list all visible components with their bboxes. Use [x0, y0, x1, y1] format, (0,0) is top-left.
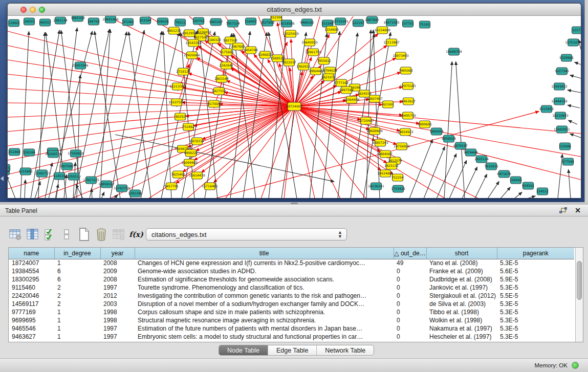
- graph-node[interactable]: 62160: [383, 101, 394, 108]
- graph-node[interactable]: 14136141: [368, 183, 384, 190]
- table-settings-icon[interactable]: [8, 227, 23, 242]
- column-header-pagerank[interactable]: pagerank: [497, 248, 574, 259]
- graph-node[interactable]: 417004: [208, 100, 220, 107]
- graph-node[interactable]: 1065287: [209, 18, 223, 26]
- citation-network-graph[interactable]: 1349324055240557239113410653281867022069…: [8, 16, 581, 198]
- graph-node[interactable]: 114519: [53, 172, 66, 180]
- citation-edge[interactable]: [163, 31, 171, 198]
- graph-node[interactable]: 9474444: [464, 149, 478, 156]
- graph-node[interactable]: 1154808: [324, 26, 339, 33]
- graph-node[interactable]: 924502: [522, 182, 534, 189]
- delete-table-icon[interactable]: [112, 227, 126, 242]
- table-row[interactable]: 1872400712008Changes of HCN gene express…: [9, 259, 574, 267]
- table-row[interactable]: 2242004622012Investigating the contribut…: [9, 292, 574, 300]
- graph-node[interactable]: 7625402: [171, 171, 185, 178]
- citation-edge[interactable]: [500, 187, 510, 198]
- column-header-in_degree[interactable]: in_degree: [54, 248, 100, 259]
- table-cell[interactable]: 1: [54, 333, 100, 341]
- graph-node[interactable]: 97240: [123, 18, 134, 26]
- selected-citation-edge[interactable]: [294, 106, 581, 180]
- citation-edge[interactable]: [90, 32, 127, 198]
- graph-node[interactable]: 752254: [391, 174, 404, 181]
- table-cell[interactable]: 9699695: [9, 316, 54, 324]
- citation-edge[interactable]: [570, 75, 581, 78]
- table-cell[interactable]: Structural magnetic resonance image aver…: [135, 316, 394, 324]
- graph-node[interactable]: 8186328: [207, 36, 221, 43]
- splitter-grip-icon[interactable]: [291, 203, 298, 204]
- graph-node[interactable]: 15692931: [554, 126, 570, 133]
- graph-node[interactable]: 1615132: [384, 162, 399, 169]
- graph-node[interactable]: 1250513: [67, 173, 81, 180]
- table-cell[interactable]: 0: [394, 283, 426, 292]
- graph-node[interactable]: 106565: [510, 177, 522, 184]
- selected-citation-edge[interactable]: [294, 72, 302, 106]
- graph-node[interactable]: 8601238: [167, 27, 181, 34]
- table-cell[interactable]: 1998: [100, 308, 135, 316]
- table-cell[interactable]: 5.3E-5: [497, 316, 574, 324]
- citation-edge[interactable]: [338, 33, 358, 198]
- table-cell[interactable]: 9463627: [9, 333, 54, 341]
- table-cell[interactable]: 2012: [100, 292, 135, 300]
- selected-citation-edge[interactable]: [8, 106, 294, 117]
- table-row[interactable]: 1456911722003Disruption of a novel membe…: [9, 300, 574, 308]
- graph-node[interactable]: 752462: [182, 123, 194, 130]
- column-header-short[interactable]: short: [426, 248, 497, 259]
- table-row[interactable]: 977716911998Corpus callosum shape and si…: [9, 308, 574, 316]
- graph-node[interactable]: 14671585: [383, 19, 400, 26]
- graph-node[interactable]: 7485063: [399, 67, 413, 74]
- table-cell[interactable]: 2008: [100, 275, 135, 283]
- table-cell[interactable]: 2008: [100, 259, 135, 267]
- table-cell[interactable]: 18724007: [9, 259, 54, 267]
- graph-node[interactable]: 1733426: [391, 185, 405, 192]
- graph-node[interactable]: 7957224: [226, 20, 240, 27]
- graph-node[interactable]: 103184: [139, 17, 151, 24]
- citation-edge[interactable]: [45, 163, 52, 198]
- citation-edge[interactable]: [110, 30, 144, 198]
- table-cell[interactable]: Franke et al. (2009): [426, 267, 497, 275]
- citation-edge[interactable]: [570, 134, 581, 138]
- graph-node[interactable]: 2887682: [365, 16, 379, 24]
- graph-node[interactable]: 2718129: [176, 68, 190, 75]
- table-cell[interactable]: 5.9E-5: [497, 275, 574, 283]
- selected-citation-edge[interactable]: [294, 106, 397, 145]
- graph-node[interactable]: 158184: [23, 149, 35, 156]
- column-header-name[interactable]: name: [9, 248, 54, 259]
- graph-node[interactable]: 8471676: [497, 170, 511, 178]
- citation-edge[interactable]: [128, 32, 151, 198]
- table-cell[interactable]: 1998: [100, 316, 135, 324]
- graph-node[interactable]: 208016: [157, 18, 169, 25]
- table-cell[interactable]: 1997: [100, 333, 135, 341]
- table-cell[interactable]: 2003: [100, 300, 135, 308]
- citation-edge[interactable]: [25, 180, 26, 198]
- graph-node[interactable]: 124512: [536, 188, 549, 195]
- table-cell[interactable]: 0: [394, 316, 426, 324]
- table-cell[interactable]: Yano et al. (2008): [426, 259, 497, 267]
- table-cell[interactable]: Jankovic et al. (1997): [426, 283, 497, 292]
- citation-edge[interactable]: [233, 33, 256, 198]
- collapse-panel-arrow-icon[interactable]: [1, 176, 4, 181]
- citation-edge[interactable]: [514, 192, 522, 198]
- graph-node[interactable]: 1990448: [309, 68, 323, 75]
- table-row[interactable]: 946554611997Estimation of the future num…: [9, 324, 574, 333]
- table-cell[interactable]: 9465546: [9, 324, 54, 333]
- network-graph-canvas[interactable]: 1349324055240557239113410653281867022069…: [8, 16, 581, 198]
- graph-node[interactable]: 100762: [192, 17, 205, 25]
- graph-node[interactable]: 8878314: [190, 138, 204, 145]
- table-cell[interactable]: 1: [54, 324, 100, 333]
- vertical-scrollbar[interactable]: [575, 248, 583, 342]
- graph-node[interactable]: 133086: [559, 143, 571, 150]
- graph-node[interactable]: 3175685: [220, 49, 234, 56]
- graph-node[interactable]: 186702: [88, 18, 100, 25]
- graph-node[interactable]: 2391134: [53, 17, 68, 24]
- graph-node[interactable]: 24055: [24, 18, 35, 25]
- graph-node[interactable]: 9457791: [164, 183, 179, 190]
- graph-node[interactable]: 14524861: [377, 170, 394, 177]
- table-cell[interactable]: 5.3E-5: [497, 300, 574, 308]
- graph-node[interactable]: 251869: [8, 148, 20, 156]
- graph-node[interactable]: 13493: [9, 19, 19, 27]
- graph-node[interactable]: 1292346: [128, 190, 142, 197]
- graph-node[interactable]: 1621072: [321, 74, 336, 81]
- function-builder-icon[interactable]: f(x): [129, 227, 143, 242]
- graph-node[interactable]: 7955812: [317, 57, 331, 64]
- citation-edge[interactable]: [130, 31, 162, 198]
